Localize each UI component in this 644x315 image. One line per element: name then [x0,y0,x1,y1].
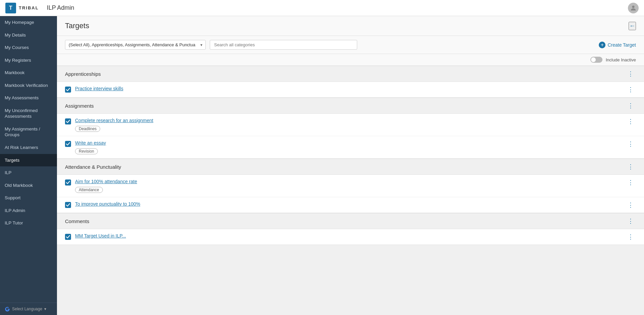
sidebar-item-markbook-verification[interactable]: Markbook Verification [0,79,57,92]
create-target-button[interactable]: + Create Target [599,42,636,48]
category-header-apprenticeships: Apprenticeships ⋮ [57,66,644,82]
user-avatar[interactable] [628,3,639,13]
sidebar-item-my-assignments-groups[interactable]: My Assignments / Groups [0,123,57,141]
sidebar-item-my-unconfirmed-assessments[interactable]: My Unconfirmed Assessments [0,104,57,123]
sidebar-item-targets[interactable]: Targets [0,154,57,167]
category-header-attendance-punctuality: Attendance & Punctuality ⋮ [57,159,644,175]
category-header-comments: Comments ⋮ [57,213,644,229]
target-kebab-btn-improve-punctuality[interactable]: ⋮ [626,201,636,209]
target-item-mm-target: MM Target Used in ILP... ⋮ [57,229,644,245]
target-kebab-btn-complete-research[interactable]: ⋮ [626,118,636,125]
sidebar-item-old-markbook[interactable]: Old Markbook [0,179,57,192]
target-link-improve-punctuality[interactable]: To improve punctuality to 100% [75,201,622,207]
category-kebab-attendance-punctuality[interactable]: ⋮ [626,163,636,170]
target-kebab-practice-interview-skills: ⋮ [626,86,636,93]
category-header-assignments: Assignments ⋮ [57,98,644,114]
target-checkbox-write-essay[interactable] [65,141,71,147]
create-target-label: Create Target [607,42,636,48]
toggle-row: Include Inactive [57,54,644,66]
include-inactive-toggle[interactable] [590,57,602,63]
target-kebab-mm-target: ⋮ [626,233,636,241]
category-name: Apprenticeships [65,71,101,77]
include-inactive-label: Include Inactive [606,57,636,62]
category-name: Assignments [65,103,94,109]
sidebar-item-my-assessments[interactable]: My Assessments [0,92,57,104]
target-kebab-btn-aim-attendance[interactable]: ⋮ [626,179,636,186]
target-item-practice-interview-skills: Practice interview skills ⋮ [57,82,644,97]
page-title: Targets [65,21,89,30]
sidebar-item-at-risk-learners[interactable]: At Risk Learners [0,141,57,154]
target-content-complete-research: Complete research for an assignment Dead… [75,118,622,132]
logo-box: T [5,3,16,13]
target-content-aim-attendance: Aim for 100% attendance rate Attendance [75,179,622,193]
target-link-mm-target[interactable]: MM Target Used in ILP... [75,233,622,239]
sidebar-item-my-details[interactable]: My Details [0,29,57,42]
category-kebab-comments[interactable]: ⋮ [626,217,636,225]
target-link-practice-interview-skills[interactable]: Practice interview skills [75,86,622,91]
category-section-assignments: Assignments ⋮ Complete research for an a… [57,98,644,159]
target-item-write-essay: Write an essay Revision ⋮ [57,136,644,158]
sidebar-nav: My HomepageMy DetailsMy CoursesMy Regist… [0,16,57,303]
target-content-mm-target: MM Target Used in ILP... [75,233,622,240]
target-kebab-improve-punctuality: ⋮ [626,201,636,209]
sidebar-item-my-homepage[interactable]: My Homepage [0,16,57,29]
target-link-aim-attendance[interactable]: Aim for 100% attendance rate [75,179,622,184]
toolbar: (Select All), Apprenticeships, Assignmen… [57,36,644,54]
sidebar-item-ilp-tutor[interactable]: ILP Tutor [0,217,57,229]
app-body: My HomepageMy DetailsMy CoursesMy Regist… [0,16,644,315]
target-tag: Attendance [75,187,103,193]
target-item-improve-punctuality: To improve punctuality to 100% ⋮ [57,197,644,213]
search-input[interactable] [210,40,357,50]
sidebar-item-my-courses[interactable]: My Courses [0,41,57,54]
target-checkbox-improve-punctuality[interactable] [65,202,71,208]
target-tag: Revision [75,148,98,154]
target-link-complete-research[interactable]: Complete research for an assignment [75,118,622,123]
sidebar-item-support[interactable]: Support [0,192,57,204]
target-checkbox-aim-attendance[interactable] [65,179,71,186]
page-header: Targets ← [57,16,644,36]
topbar: T TRIBAL ILP Admin [0,0,644,16]
logo-text: TRIBAL [19,5,39,10]
sidebar-item-my-registers[interactable]: My Registers [0,54,57,67]
logo: T TRIBAL [5,3,39,13]
target-kebab-btn-practice-interview-skills[interactable]: ⋮ [626,86,636,93]
sidebar-footer[interactable]: Select Language ▾ [0,303,57,315]
category-section-apprenticeships: Apprenticeships ⋮ Practice interview ski… [57,66,644,98]
filter-select-wrap: (Select All), Apprenticeships, Assignmen… [65,40,206,50]
target-checkbox-complete-research[interactable] [65,118,71,124]
target-content-write-essay: Write an essay Revision [75,140,622,154]
target-content-improve-punctuality: To improve punctuality to 100% [75,201,622,208]
google-icon [5,306,10,312]
target-kebab-write-essay: ⋮ [626,140,636,148]
sidebar-item-markbook[interactable]: Markbook [0,66,57,79]
plus-circle-icon: + [599,42,605,48]
category-kebab-apprenticeships[interactable]: ⋮ [626,70,636,77]
target-item-complete-research: Complete research for an assignment Dead… [57,114,644,136]
app-title: ILP Admin [47,4,74,11]
target-kebab-btn-mm-target[interactable]: ⋮ [626,233,636,241]
sidebar: My HomepageMy DetailsMy CoursesMy Regist… [0,16,57,315]
target-item-aim-attendance: Aim for 100% attendance rate Attendance … [57,175,644,197]
target-checkbox-practice-interview-skills[interactable] [65,87,71,93]
target-checkbox-mm-target[interactable] [65,234,71,240]
language-chevron: ▾ [44,307,46,311]
select-language-label: Select Language [12,307,42,311]
category-name: Comments [65,218,89,224]
main-content: Targets ← (Select All), Apprenticeships,… [57,16,644,315]
target-kebab-aim-attendance: ⋮ [626,179,636,186]
category-filter[interactable]: (Select All), Apprenticeships, Assignmen… [65,40,206,50]
target-tag: Deadlines [75,126,100,132]
sidebar-item-ilp[interactable]: ILP [0,166,57,179]
target-link-write-essay[interactable]: Write an essay [75,140,622,146]
back-button[interactable]: ← [629,22,636,30]
target-kebab-complete-research: ⋮ [626,118,636,125]
svg-point-0 [632,5,634,8]
target-kebab-btn-write-essay[interactable]: ⋮ [626,140,636,148]
categories-container: Apprenticeships ⋮ Practice interview ski… [57,66,644,245]
category-section-comments: Comments ⋮ MM Target Used in ILP... ⋮ [57,213,644,245]
sidebar-item-ilp-admin[interactable]: ILP Admin [0,204,57,217]
category-section-attendance-punctuality: Attendance & Punctuality ⋮ Aim for 100% … [57,159,644,213]
category-kebab-assignments[interactable]: ⋮ [626,102,636,109]
category-name: Attendance & Punctuality [65,164,121,170]
target-content-practice-interview-skills: Practice interview skills [75,86,622,93]
